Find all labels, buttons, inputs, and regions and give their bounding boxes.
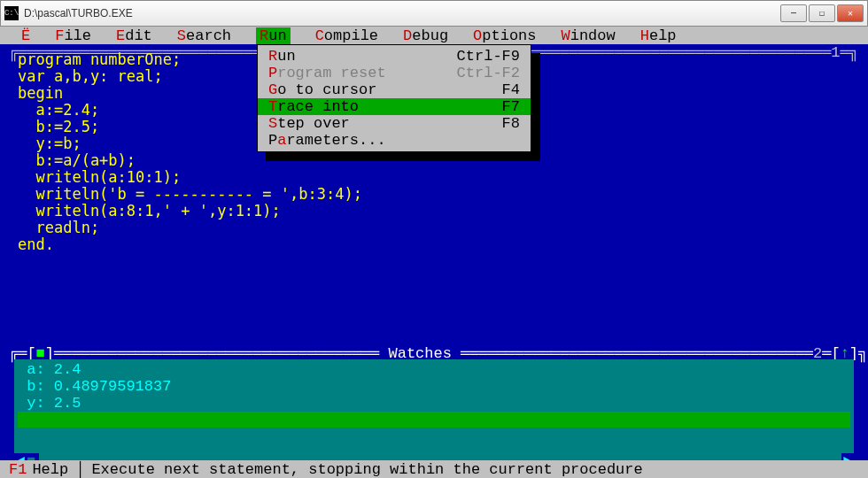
status-key-label[interactable]: Help	[32, 461, 68, 478]
close-button[interactable]: ✕	[837, 4, 864, 22]
status-bar: F1 Help │ Execute next statement, stoppi…	[0, 460, 868, 478]
watch-line[interactable]: b: 0.48979591837	[18, 378, 850, 395]
menu-search[interactable]: Search	[177, 27, 231, 44]
editor-frame-number: 1	[831, 44, 840, 61]
menu-debug[interactable]: Debug	[403, 27, 448, 44]
watch-cursor[interactable]	[18, 412, 850, 428]
menu-compile[interactable]: Compile	[315, 27, 378, 44]
menu-help[interactable]: Help	[640, 27, 677, 44]
menu-window[interactable]: Window	[562, 27, 616, 44]
window-title: D:\pascal\TURBO.EXE	[24, 7, 780, 19]
watch-line[interactable]: a: 2.4	[18, 361, 850, 378]
menubar[interactable]: ËFileEditSearchRunCompileDebugOptionsWin…	[0, 27, 868, 44]
menu-item-traceinto[interactable]: Trace intoF7	[258, 98, 531, 115]
run-menu-dropdown[interactable]: RunCtrl-F9Program resetCtrl-F2Go to curs…	[257, 44, 531, 152]
app-icon: C:\	[4, 6, 19, 20]
watches-panel: ╔═[■]═══════════════════════════════════…	[9, 352, 859, 467]
maximize-button[interactable]: ☐	[809, 4, 835, 22]
status-hint: Execute next statement, stopping within …	[91, 461, 642, 478]
watch-line[interactable]: y: 2.5	[18, 395, 850, 412]
menu-item-programreset: Program resetCtrl-F2	[258, 65, 531, 81]
titlebar[interactable]: C:\ D:\pascal\TURBO.EXE ─ ☐ ✕	[0, 0, 868, 27]
menu-edit[interactable]: Edit	[116, 27, 152, 44]
status-key[interactable]: F1	[9, 461, 27, 478]
menu-run[interactable]: Run	[256, 27, 291, 44]
menu-options[interactable]: Options	[473, 27, 536, 44]
minimize-button[interactable]: ─	[780, 4, 807, 22]
watches-body[interactable]: a: 2.4 b: 0.48979591837 y: 2.5	[14, 359, 854, 457]
menu-ë[interactable]: Ë	[21, 27, 30, 44]
menu-item-gotocursor[interactable]: Go to cursorF4	[258, 81, 531, 98]
menu-item-p[interactable]: Parameters...	[258, 132, 531, 149]
menu-file[interactable]: File	[55, 27, 91, 44]
menu-item-stepover[interactable]: Step overF8	[258, 115, 531, 132]
menu-item-run[interactable]: RunCtrl-F9	[258, 48, 531, 65]
